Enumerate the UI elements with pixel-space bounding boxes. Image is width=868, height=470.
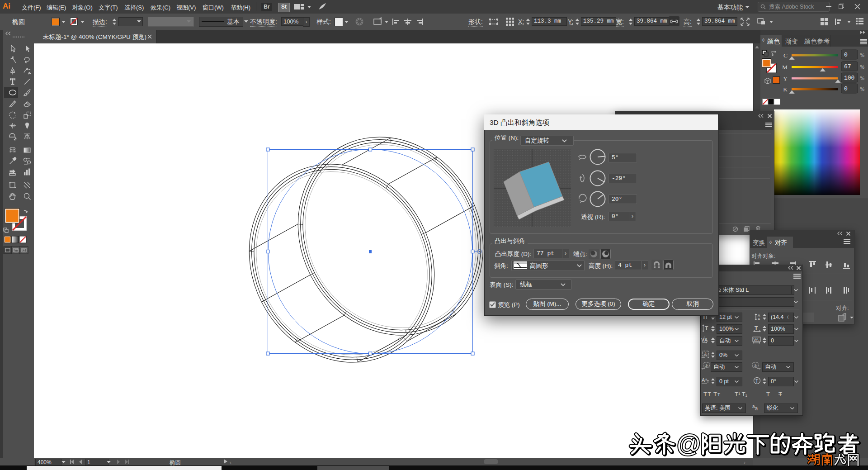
svg-text:C: C — [783, 52, 788, 59]
svg-text:%: % — [860, 64, 864, 70]
svg-text:0: 0 — [844, 85, 848, 92]
svg-text:a: a — [705, 377, 708, 381]
svg-text:100: 100 — [844, 75, 854, 81]
svg-text:A: A — [758, 317, 760, 321]
svg-text:Y: Y — [783, 75, 788, 82]
svg-text:%: % — [860, 75, 864, 81]
svg-text:K: K — [783, 86, 788, 93]
svg-text:T: T — [755, 379, 758, 384]
svg-text:あ: あ — [704, 352, 708, 356]
svg-text:T: T — [705, 325, 708, 332]
svg-text:%: % — [860, 86, 864, 92]
svg-text:@: @ — [676, 430, 701, 457]
svg-text:A: A — [702, 377, 705, 383]
svg-text:M: M — [782, 64, 788, 71]
svg-text:0: 0 — [844, 52, 848, 58]
svg-text:あ: あ — [705, 364, 709, 368]
svg-text:T: T — [755, 325, 758, 332]
svg-text:あ: あ — [754, 364, 758, 368]
svg-text:VA: VA — [754, 337, 759, 342]
svg-text:%: % — [860, 52, 864, 58]
svg-text:67: 67 — [844, 63, 851, 70]
